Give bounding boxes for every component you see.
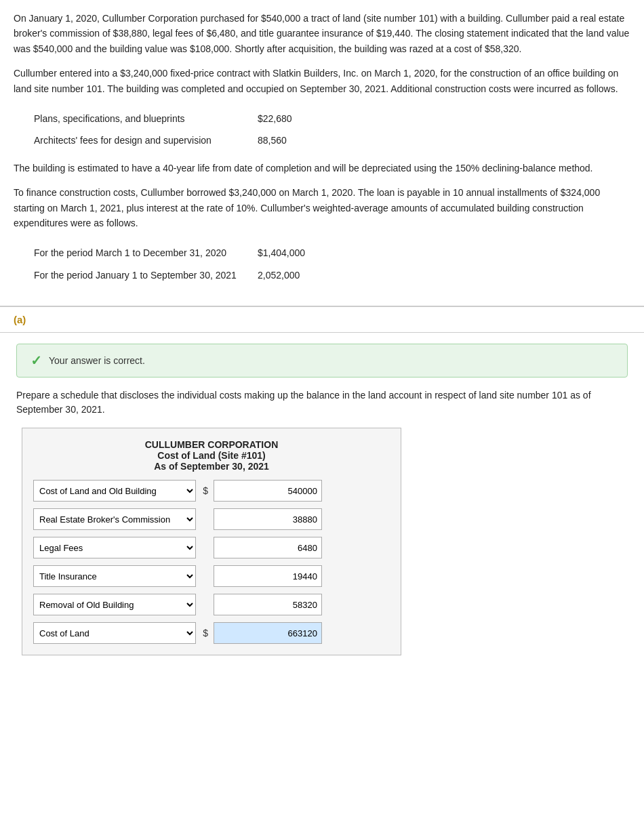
correct-text: Your answer is correct. (49, 355, 145, 366)
value-input-row-1[interactable] (214, 480, 322, 502)
period-1-label: For the period March 1 to December 31, 2… (34, 245, 251, 260)
item-architects-value: 88,560 (258, 133, 287, 148)
correct-banner: ✓ Your answer is correct. (16, 344, 628, 378)
dropdown-row-4[interactable]: Cost of Land and Old Building Real Estat… (33, 565, 196, 587)
schedule-header: CULLUMBER CORPORATION Cost of Land (Site… (33, 439, 390, 472)
corp-name: CULLUMBER CORPORATION (33, 439, 390, 450)
period-items: For the period March 1 to December 31, 2… (14, 240, 630, 295)
paragraph-2: Cullumber entered into a $3,240,000 fixe… (14, 66, 630, 96)
item-plans: Plans, specifications, and blueprints $2… (34, 111, 630, 126)
schedule-date-title: As of September 30, 2021 (33, 461, 390, 472)
dollar-sign-placeholder-row-4 (201, 571, 208, 582)
item-architects-label: Architects' fees for design and supervis… (34, 133, 251, 148)
paragraph-3: The building is estimated to have a 40-y… (14, 161, 630, 176)
paragraph-4: To finance construction costs, Cullumber… (14, 185, 630, 230)
period-1: For the period March 1 to December 31, 2… (34, 245, 630, 260)
period-2-label: For the period January 1 to September 30… (34, 268, 251, 283)
dropdown-row-5[interactable]: Cost of Land and Old Building Real Estat… (33, 594, 196, 615)
dropdown-row-6[interactable]: Cost of Land and Old Building Real Estat… (33, 622, 196, 644)
item-plans-label: Plans, specifications, and blueprints (34, 111, 251, 126)
value-input-row-3[interactable] (214, 537, 322, 558)
schedule-rows: Cost of Land and Old Building Real Estat… (33, 480, 390, 644)
period-2-value: 2,052,000 (258, 268, 300, 283)
value-input-row-2[interactable] (214, 508, 322, 530)
dollar-sign-placeholder-row-5 (201, 599, 208, 610)
schedule-row-2: Cost of Land and Old Building Real Estat… (33, 508, 390, 530)
schedule-sub-title: Cost of Land (Site #101) (33, 450, 390, 461)
period-1-value: $1,404,000 (258, 245, 305, 260)
paragraph-1: On January 1, 2020, Cullumber Corporatio… (14, 11, 630, 56)
dollar-sign-row-1: $ (201, 485, 208, 496)
item-plans-value: $22,680 (258, 111, 292, 126)
dropdown-row-3[interactable]: Cost of Land and Old Building Real Estat… (33, 537, 196, 558)
dollar-sign-row-6: $ (201, 628, 208, 638)
value-input-row-5[interactable] (214, 594, 322, 615)
dollar-sign-placeholder-row-3 (201, 542, 208, 553)
intro-section: On January 1, 2020, Cullumber Corporatio… (0, 0, 644, 306)
section-a-label: (a) (14, 314, 26, 325)
item-architects: Architects' fees for design and supervis… (34, 133, 630, 148)
section-a-header: (a) (0, 306, 644, 333)
schedule-row-5: Cost of Land and Old Building Real Estat… (33, 594, 390, 615)
value-input-row-6[interactable] (214, 622, 322, 644)
schedule-row-3: Cost of Land and Old Building Real Estat… (33, 537, 390, 558)
schedule-row-6: Cost of Land and Old Building Real Estat… (33, 622, 390, 644)
answer-section: ✓ Your answer is correct. Prepare a sche… (0, 333, 644, 666)
dollar-sign-placeholder-row-2 (201, 514, 208, 525)
check-icon: ✓ (31, 352, 42, 369)
schedule-row-1: Cost of Land and Old Building Real Estat… (33, 480, 390, 502)
dropdown-row-1[interactable]: Cost of Land and Old Building Real Estat… (33, 480, 196, 502)
dropdown-row-2[interactable]: Cost of Land and Old Building Real Estat… (33, 508, 196, 530)
period-2: For the period January 1 to September 30… (34, 268, 630, 283)
construction-cost-items: Plans, specifications, and blueprints $2… (14, 106, 630, 161)
instruction-text: Prepare a schedule that discloses the in… (16, 388, 628, 417)
schedule-row-4: Cost of Land and Old Building Real Estat… (33, 565, 390, 587)
schedule-container: CULLUMBER CORPORATION Cost of Land (Site… (22, 428, 401, 655)
value-input-row-4[interactable] (214, 565, 322, 587)
